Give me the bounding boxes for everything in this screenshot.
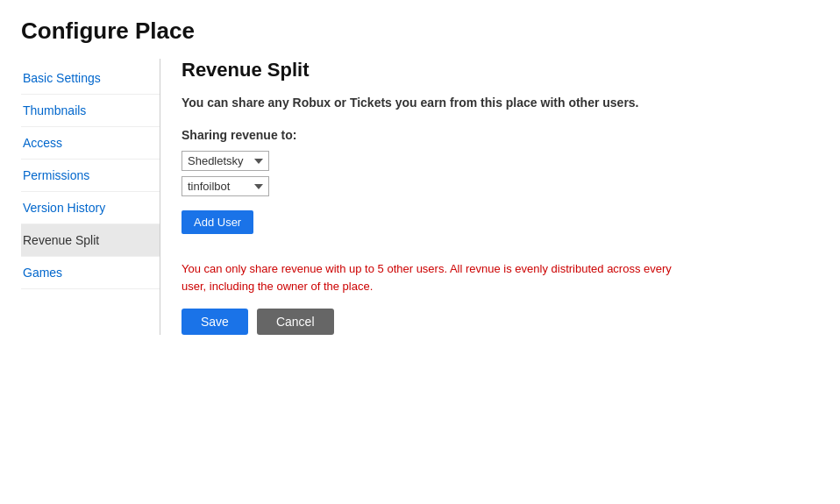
sharing-label-prefix: Sharing <box>182 128 231 142</box>
save-button[interactable]: Save <box>182 309 248 335</box>
content-area: Revenue Split You can share any Robux or… <box>160 59 819 335</box>
sidebar: Basic Settings Thumbnails Access Permiss… <box>21 59 160 335</box>
warning-text: You can only share revenue with up to 5 … <box>182 260 673 295</box>
page-container: Configure Place Basic Settings Thumbnail… <box>0 0 840 352</box>
main-layout: Basic Settings Thumbnails Access Permiss… <box>21 59 819 335</box>
sidebar-item-version-history[interactable]: Version History <box>21 192 160 224</box>
sharing-label-suffix: to: <box>278 128 297 142</box>
action-buttons: Save Cancel <box>182 309 798 335</box>
description: You can share any Robux or Tickets you e… <box>182 94 690 112</box>
cancel-button[interactable]: Cancel <box>257 309 334 335</box>
sidebar-item-access[interactable]: Access <box>21 127 160 160</box>
user-dropdown-tinfoilbot[interactable]: tinfoilbot <box>182 176 269 196</box>
page-title: Configure Place <box>21 18 819 45</box>
sidebar-item-permissions[interactable]: Permissions <box>21 160 160 192</box>
sidebar-item-revenue-split[interactable]: Revenue Split <box>21 224 160 257</box>
sidebar-item-thumbnails[interactable]: Thumbnails <box>21 95 160 127</box>
sidebar-item-games[interactable]: Games <box>21 257 160 289</box>
sharing-label: Sharing revenue to: <box>182 128 798 142</box>
user-dropdown-shedletsky[interactable]: Shedletsky <box>182 151 269 171</box>
sidebar-item-basic-settings[interactable]: Basic Settings <box>21 62 160 95</box>
sharing-label-bold: revenue <box>231 128 278 142</box>
section-title: Revenue Split <box>182 59 798 82</box>
add-user-button[interactable]: Add User <box>182 210 253 234</box>
